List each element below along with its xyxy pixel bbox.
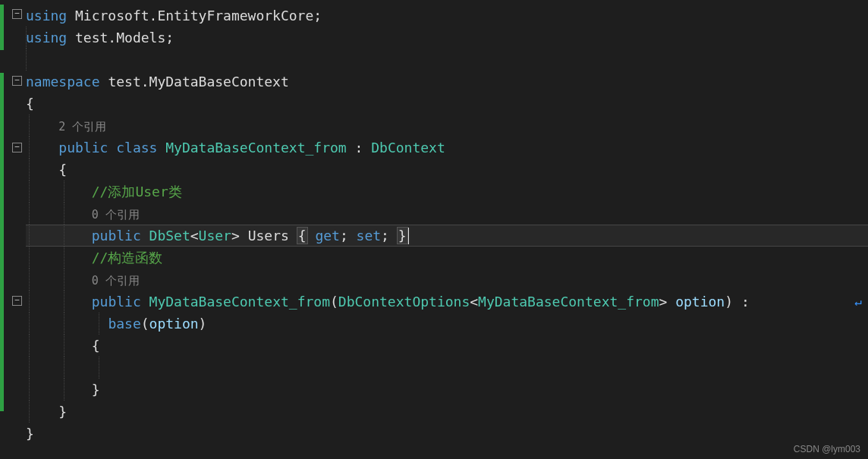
fold-toggle[interactable]: − <box>12 296 22 306</box>
brace-match: { <box>297 227 308 244</box>
code-line[interactable]: //添加User类 <box>26 181 868 203</box>
codelens-refs[interactable]: 0 个引用 <box>92 208 140 222</box>
colon: : <box>741 294 750 310</box>
codelens-refs[interactable]: 2 个引用 <box>58 120 106 134</box>
comment: //添加User类 <box>92 184 182 200</box>
keyword: base <box>108 316 140 332</box>
paren: ) <box>725 294 733 310</box>
code-line[interactable]: using Microsoft.EntityFrameworkCore; <box>26 5 868 27</box>
code-line[interactable]: base(option) <box>26 313 868 335</box>
colon: : <box>355 140 363 156</box>
fold-toggle[interactable]: − <box>12 9 22 19</box>
code-editor[interactable]: − − − − using Microsoft.EntityFrameworkC… <box>0 0 868 459</box>
code-line[interactable]: } <box>26 401 868 423</box>
angle-bracket: > <box>659 294 668 310</box>
fold-toggle[interactable]: − <box>12 76 22 86</box>
code-line[interactable]: { <box>26 93 868 115</box>
paren: ( <box>141 316 149 332</box>
codelens-line[interactable]: 0 个引用 <box>26 203 868 225</box>
namespace-text: Microsoft.EntityFrameworkCore; <box>67 8 322 24</box>
keyword: set <box>357 228 382 244</box>
watermark: CSDN @lym003 <box>794 444 860 454</box>
angle-bracket: < <box>190 228 199 244</box>
keyword: public <box>92 294 141 310</box>
gutter: − − − − <box>0 0 26 459</box>
code-line[interactable] <box>26 49 868 71</box>
code-area[interactable]: using Microsoft.EntityFrameworkCore; usi… <box>26 0 868 459</box>
brace-match: } <box>397 227 408 244</box>
comment: //构造函数 <box>92 250 163 266</box>
keyword: using <box>26 8 67 24</box>
code-line[interactable] <box>26 357 868 379</box>
code-line[interactable]: public MyDataBaseContext_from(DbContextO… <box>26 291 868 313</box>
code-line[interactable]: { <box>26 159 868 181</box>
code-line[interactable]: } <box>26 379 868 401</box>
keyword: public <box>92 228 141 244</box>
ctor-name: MyDataBaseContext_from <box>149 294 330 310</box>
codelens-line[interactable]: 2 个引用 <box>26 115 868 137</box>
angle-bracket: > <box>231 228 240 244</box>
brace: } <box>58 404 67 420</box>
parameter: option <box>675 294 725 310</box>
angle-bracket: < <box>470 294 478 310</box>
fold-toggle[interactable]: − <box>12 143 22 152</box>
code-line[interactable]: public DbSet<User> Users { get; set; } <box>26 225 868 247</box>
type-name: DbContextOptions <box>338 294 470 310</box>
brace: { <box>92 338 100 354</box>
wrap-indicator-icon: ↵ <box>854 291 862 313</box>
codelens-line[interactable]: 0 个引用 <box>26 269 868 291</box>
paren: ( <box>330 294 338 310</box>
brace: { <box>26 96 34 112</box>
parameter: option <box>149 316 199 332</box>
keyword: using <box>26 30 67 46</box>
keyword: class <box>116 140 157 156</box>
type-name: DbContext <box>371 140 445 156</box>
code-line[interactable]: public class MyDataBaseContext_from : Db… <box>26 137 868 159</box>
keyword: get <box>315 228 340 244</box>
code-line[interactable]: //构造函数 <box>26 247 868 269</box>
code-line[interactable]: } <box>26 423 868 445</box>
keyword: namespace <box>26 74 100 90</box>
keyword: public <box>58 140 108 156</box>
type-name: MyDataBaseContext_from <box>478 294 659 310</box>
namespace-text: test.Models; <box>67 30 174 46</box>
brace: { <box>58 162 67 178</box>
codelens-refs[interactable]: 0 个引用 <box>92 274 140 288</box>
change-bar <box>0 73 4 411</box>
code-line[interactable]: using test.Models; <box>26 27 868 49</box>
property-name: Users <box>248 228 289 244</box>
semicolon: ; <box>381 228 389 244</box>
code-line[interactable]: { <box>26 335 868 357</box>
type-name: User <box>199 228 231 244</box>
brace: } <box>92 382 100 398</box>
type-name: DbSet <box>149 228 190 244</box>
text-cursor <box>408 228 409 244</box>
change-bar <box>0 5 4 50</box>
type-name: MyDataBaseContext_from <box>165 140 346 156</box>
code-line[interactable]: namespace test.MyDataBaseContext <box>26 71 868 93</box>
namespace-text: test.MyDataBaseContext <box>100 74 289 90</box>
semicolon: ; <box>340 228 348 244</box>
paren: ) <box>199 316 207 332</box>
brace: } <box>26 426 34 442</box>
